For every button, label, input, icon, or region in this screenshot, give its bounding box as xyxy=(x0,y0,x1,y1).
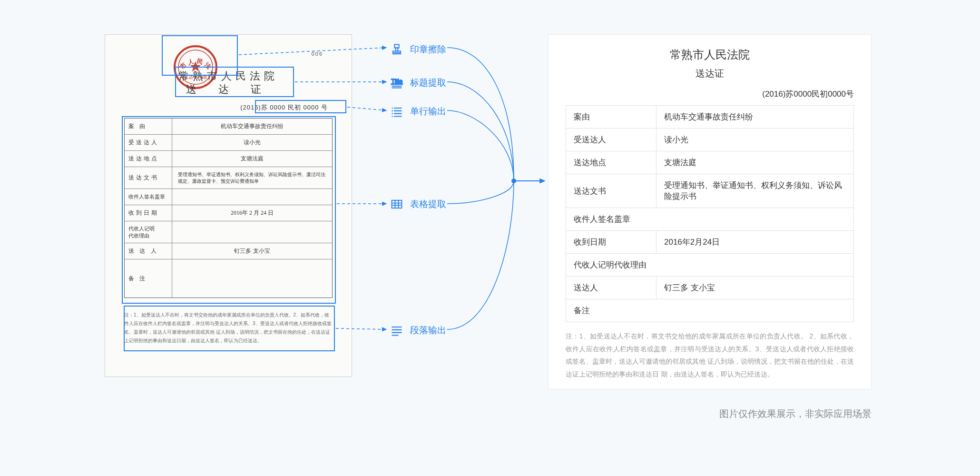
scanned-row-value: 读小光 xyxy=(172,135,332,150)
scanned-row-label: 备 注 xyxy=(125,259,172,298)
scanned-row-label: 代收人记明 代收理由 xyxy=(125,221,172,243)
scanned-row-value xyxy=(172,259,332,298)
label-table-extract: 表格提取 xyxy=(390,198,446,211)
scanned-row-label: 受送达人 xyxy=(125,135,172,150)
label-paragraph-output: 段落输出 xyxy=(390,324,446,337)
scanned-table: 案 由机动车交通事故责任纠纷 受送达人读小光 送达地点支塘法庭 送达文书受理通知… xyxy=(124,118,333,298)
title-icon: Title xyxy=(390,76,403,89)
output-key: 送达人 xyxy=(566,277,657,299)
output-value: 钉三多 支小宝 xyxy=(657,277,854,299)
scanned-row-label: 收件人签名盖章 xyxy=(125,189,172,205)
label-title-extract: Title 标题提取 xyxy=(390,76,446,89)
doc-small-number: 006 xyxy=(312,51,323,57)
scanned-row-value: 支塘法庭 xyxy=(172,151,332,167)
output-case-number: (2016)苏0000民初0000号 xyxy=(566,89,854,99)
label-text: 标题提取 xyxy=(410,77,446,89)
output-key: 送达地点 xyxy=(566,151,657,174)
svg-text:Title: Title xyxy=(391,78,402,85)
label-text: 段落输出 xyxy=(410,324,446,337)
output-key: 受送达人 xyxy=(566,129,657,151)
scanned-row-value: 钉三多 支小宝 xyxy=(172,243,332,259)
scanned-row-value: 机动车交通事故责任纠纷 xyxy=(172,119,332,134)
scanned-subtitle: 送 达 证 xyxy=(186,82,271,97)
svg-line-9 xyxy=(347,107,386,110)
list-icon xyxy=(390,105,403,118)
output-value: 2016年2月24日 xyxy=(657,231,854,254)
scanned-row-label: 送 达 人 xyxy=(125,243,172,259)
diagram-container: 市 人 民 法 送达专用章 006 常熟市人民法院 送 达 证 (2016)苏 … xyxy=(0,0,980,476)
label-text: 印章擦除 xyxy=(410,43,446,56)
scanned-notes: 注：1、如受送达人不在时，将文书交给他的成年家属或所在单位的负责人代收。2、如系… xyxy=(124,307,333,349)
disclaimer-text: 图片仅作效果展示，非实际应用场景 xyxy=(719,407,872,420)
table-icon xyxy=(390,198,403,211)
scanned-case-number: (2016)苏 0000 民初 0000 号 xyxy=(240,103,328,112)
scanned-row-value: 受理通知书、举证通知书、权利义务须知、诉讼风险提示书、廉洁司法规定、廉政监督卡、… xyxy=(172,167,332,188)
scanned-row-label: 案 由 xyxy=(125,119,172,134)
output-value: 支塘法庭 xyxy=(657,151,854,174)
scanned-row-value: 2016年 2 月 24 日 xyxy=(172,205,332,221)
scanned-row-label: 送达地点 xyxy=(125,151,172,167)
output-key: 代收人记明代收理由 xyxy=(566,254,854,277)
scanned-row-label: 送达文书 xyxy=(125,167,172,188)
output-value: 机动车交通事故责任纠纷 xyxy=(657,106,854,129)
output-key: 收件人签名盖章 xyxy=(566,208,854,231)
scanned-document: 市 人 民 法 送达专用章 006 常熟市人民法院 送 达 证 (2016)苏 … xyxy=(105,34,352,377)
scanned-row-value xyxy=(172,221,332,243)
svg-point-12 xyxy=(511,178,516,183)
output-value: 读小光 xyxy=(657,129,854,151)
paragraph-icon xyxy=(390,324,403,337)
output-key: 备注 xyxy=(566,299,854,322)
output-value: 受理通知书、举证通知书、权利义务须知、诉讼风险提示书 xyxy=(657,174,854,208)
output-key: 收到日期 xyxy=(566,231,657,254)
scanned-title: 常熟市人民法院 xyxy=(178,69,278,83)
output-key: 案由 xyxy=(566,106,657,129)
label-single-line: 单行输出 xyxy=(390,105,446,118)
label-text: 单行输出 xyxy=(410,105,446,118)
structured-output-card: 常熟市人民法院 送达证 (2016)苏0000民初0000号 案由机动车交通事故… xyxy=(548,34,872,389)
output-table: 案由机动车交通事故责任纠纷 受送达人读小光 送达地点支塘法庭 送达文书受理通知书… xyxy=(566,105,854,322)
label-text: 表格提取 xyxy=(410,198,446,210)
scanned-row-label: 收到日期 xyxy=(125,205,172,221)
label-stamp-erase: 印章擦除 xyxy=(390,43,446,56)
output-title: 常熟市人民法院 xyxy=(566,47,854,62)
scanned-row-value xyxy=(172,189,332,205)
output-notes: 注：1、如受送达人不在时，将文书交给他的成年家属或所在单位的负责人代收。 2、如… xyxy=(566,330,854,380)
stamp-icon xyxy=(390,43,403,56)
svg-rect-6 xyxy=(392,200,402,208)
output-subtitle: 送达证 xyxy=(566,67,854,80)
output-key: 送达文书 xyxy=(566,174,657,208)
